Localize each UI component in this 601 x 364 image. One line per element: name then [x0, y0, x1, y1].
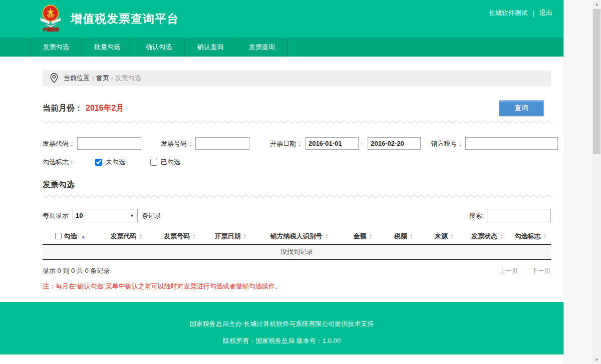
main-nav: 发票勾选 批量勾选 确认勾选 确认查询 发票查询 — [0, 38, 563, 57]
page: 中国税务 增值税发票查询平台 长城软件测试 | 退出 发票勾选 批量勾选 确认勾… — [0, 0, 563, 364]
filter-row: 发票代码： 发票号码： 开票日期： - 销方税号： — [43, 137, 551, 150]
breadcrumb-separator: - — [111, 74, 113, 82]
sort-both-icon: ▲▼ — [500, 233, 503, 239]
sort-both-icon: ▲▼ — [325, 233, 329, 239]
invoice-code-input[interactable] — [77, 137, 141, 150]
sort-both-icon: ▲▼ — [410, 233, 413, 239]
flag-filter-row: 勾选标志： 未勾选 已勾选 — [43, 158, 551, 167]
column-header-invoice-date[interactable]: 开票日期▲▼ — [205, 228, 256, 244]
search-label: 搜索: — [469, 211, 484, 220]
page-size-suffix-label: 条记录 — [142, 211, 161, 220]
column-header-invoice-status[interactable]: 发票状态▲▼ — [464, 228, 510, 244]
footer-sponsor-line: 国家税务总局主办 长城计算机软件与系统有限公司提供技术支持 — [0, 302, 563, 328]
zigzag-divider — [43, 120, 551, 125]
scrollbar-thumb[interactable] — [593, 9, 600, 154]
breadcrumb: 当前位置：首页 - 发票勾选 — [43, 70, 551, 86]
sort-both-icon: ▲▼ — [139, 233, 142, 239]
table-empty-row: 没找到记录 — [43, 244, 551, 259]
page-size-prefix-label: 每页显示 — [43, 211, 69, 220]
table-footer: 显示 0 到 0 共 0 条记录 上一页 下一页 — [43, 266, 551, 275]
app-footer: 国家税务总局主办 长城计算机软件与系统有限公司提供技术支持 版权所有：国家税务总… — [0, 302, 563, 354]
invoice-code-label: 发票代码： — [43, 139, 75, 148]
header-links: 长城软件测试 | 退出 — [489, 9, 552, 18]
column-header-seller-taxpayer-id[interactable]: 销方纳税人识别号▲▼ — [256, 228, 343, 244]
current-month-row: 当前月份：2016年2月 查询 — [43, 100, 551, 116]
sort-both-icon: ▲▼ — [450, 233, 454, 239]
sort-both-icon: ▲▼ — [543, 233, 546, 239]
flag-unchecked-label: 未勾选 — [106, 158, 125, 167]
scroll-down-icon[interactable]: ▼ — [592, 355, 601, 364]
location-pin-icon — [50, 73, 59, 84]
column-header-tax[interactable]: 税额▲▼ — [383, 228, 424, 244]
sort-ascending-icon: ▲ — [81, 234, 86, 239]
invoice-date-to-input[interactable] — [368, 137, 421, 150]
vertical-scrollbar[interactable]: ▲ ▼ — [592, 0, 601, 364]
seller-tax-id-label: 销方税号： — [431, 139, 463, 148]
column-header-source[interactable]: 来源▲▼ — [424, 228, 464, 244]
main-content: 当前位置：首页 - 发票勾选 当前月份：2016年2月 查询 — [0, 70, 563, 302]
footer-copyright-line: 版权所有：国家税务总局 版本号：1.0.00 — [0, 336, 563, 345]
scroll-up-icon[interactable]: ▲ — [592, 0, 601, 9]
invoice-number-input[interactable] — [195, 137, 249, 150]
china-tax-logo-icon: 中国税务 — [38, 4, 64, 35]
flag-unchecked-checkbox[interactable] — [95, 159, 102, 166]
search-input[interactable] — [487, 209, 551, 222]
nav-tab-confirm-check[interactable]: 确认勾选 — [133, 38, 185, 57]
breadcrumb-prefix: 当前位置： — [64, 74, 96, 82]
column-header-check[interactable]: 勾选▲ — [43, 228, 99, 244]
column-header-invoice-number[interactable]: 发票号码▲▼ — [154, 228, 205, 244]
date-range-separator: - — [361, 140, 363, 147]
nav-tab-invoice-query[interactable]: 发票查询 — [236, 38, 288, 57]
nav-tab-invoice-check[interactable]: 发票勾选 — [30, 38, 82, 57]
select-all-checkbox[interactable] — [55, 233, 62, 239]
page-size-select[interactable]: 10 — [73, 209, 138, 222]
zigzag-divider — [43, 194, 551, 199]
app-title: 增值税发票查询平台 — [71, 11, 179, 27]
flag-filter-label: 勾选标志： — [43, 158, 75, 167]
invoice-date-label: 开票日期： — [270, 139, 303, 148]
monthly-confirm-note: 注：每月在“确认勾选”菜单中确认之前可以随时对发票进行勾选或者撤销勾选操作。 — [43, 282, 551, 302]
invoice-date-from-input[interactable] — [306, 137, 359, 150]
seller-tax-id-input[interactable] — [465, 137, 558, 150]
current-month-value: 2016年2月 — [86, 104, 124, 112]
browser-viewport: 中国税务 增值税发票查询平台 长城软件测试 | 退出 发票勾选 批量勾选 确认勾… — [0, 0, 601, 364]
sort-both-icon: ▲▼ — [192, 233, 196, 239]
logo-caption: 中国税务 — [43, 27, 59, 33]
logout-link[interactable]: 退出 — [539, 9, 552, 18]
column-header-check-flag[interactable]: 勾选标志▲▼ — [510, 228, 551, 244]
app-header: 中国税务 增值税发票查询平台 长城软件测试 | 退出 — [0, 0, 563, 38]
section-title: 发票勾选 — [43, 180, 551, 190]
sort-both-icon: ▲▼ — [243, 233, 247, 239]
previous-page-button[interactable]: 上一页 — [499, 266, 518, 275]
nav-tab-batch-check[interactable]: 批量勾选 — [82, 38, 133, 57]
flag-checked-checkbox[interactable] — [150, 159, 157, 166]
breadcrumb-home[interactable]: 首页 — [96, 74, 109, 82]
table-header-row: 勾选▲ 发票代码▲▼ 发票号码▲▼ 开票日期▲▼ 销方纳税人识别号▲▼ 金额▲▼… — [43, 228, 551, 244]
invoice-table: 勾选▲ 发票代码▲▼ 发票号码▲▼ 开票日期▲▼ 销方纳税人识别号▲▼ 金额▲▼… — [43, 228, 551, 260]
sort-both-icon: ▲▼ — [369, 233, 372, 239]
user-account-link[interactable]: 长城软件测试 — [489, 9, 528, 18]
next-page-button[interactable]: 下一页 — [531, 266, 551, 275]
nav-tab-confirm-query[interactable]: 确认查询 — [185, 38, 236, 57]
query-button[interactable]: 查询 — [499, 100, 544, 116]
header-link-divider: | — [533, 10, 534, 17]
table-toolbar: 每页显示 10 ▼ 条记录 搜索: — [43, 209, 551, 222]
pagination: 上一页 下一页 — [499, 266, 551, 275]
flag-checked-label: 已勾选 — [161, 158, 180, 167]
current-month-label: 当前月份： — [43, 104, 83, 112]
column-header-amount[interactable]: 金额▲▼ — [343, 228, 383, 244]
column-header-invoice-code[interactable]: 发票代码▲▼ — [99, 228, 155, 244]
records-summary: 显示 0 到 0 共 0 条记录 — [43, 266, 110, 275]
no-records-message: 没找到记录 — [43, 244, 551, 259]
invoice-number-label: 发票号码： — [161, 139, 193, 148]
breadcrumb-current: 发票勾选 — [115, 74, 141, 82]
